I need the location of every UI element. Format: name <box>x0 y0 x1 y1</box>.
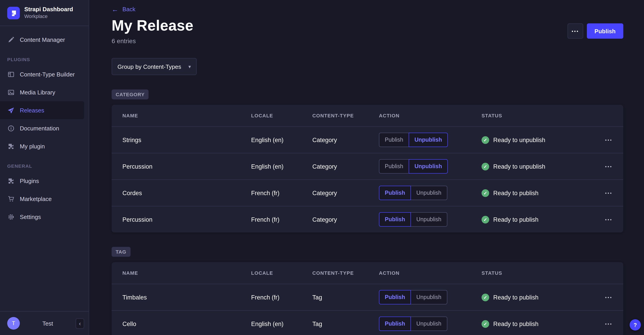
table-row: Cordes French (fr) Category Publish Unpu… <box>112 179 623 206</box>
caret-down-icon: ▾ <box>188 64 191 69</box>
entry-name: Cordes <box>122 190 251 196</box>
publish-toggle-button[interactable]: Publish <box>379 186 411 200</box>
sidebar-item-content-manager[interactable]: Content Manager <box>0 30 89 48</box>
status-text: Ready to publish <box>493 190 538 196</box>
release-groups: CATEGORY NAMELOCALECONTENT-TYPEACTIONSTA… <box>112 75 623 335</box>
image-icon <box>7 89 14 96</box>
row-more-button[interactable]: ••• <box>605 189 612 197</box>
collapse-sidebar-button[interactable]: ‹ <box>76 318 84 329</box>
unpublish-toggle-button[interactable]: Unpublish <box>410 317 447 331</box>
column-header: STATUS <box>482 270 594 276</box>
action-toggle: Publish Unpublish <box>379 159 448 174</box>
table-row: Strings English (en) Category Publish Un… <box>112 126 623 153</box>
entry-locale: French (fr) <box>251 294 312 301</box>
strapi-logo-icon <box>7 6 20 19</box>
avatar[interactable]: T <box>7 317 20 330</box>
entry-content-type: Category <box>312 190 379 196</box>
back-link[interactable]: ← Back <box>112 5 136 13</box>
unpublish-toggle-button[interactable]: Unpublish <box>410 186 447 200</box>
entry-name: Strings <box>122 136 251 143</box>
entry-content-type: Category <box>312 136 379 143</box>
row-more-button[interactable]: ••• <box>605 162 612 171</box>
sidebar-item-label: Plugins <box>20 177 39 184</box>
puzzle-icon <box>7 177 14 184</box>
unpublish-toggle-button[interactable]: Unpublish <box>409 133 448 147</box>
user-name: Test <box>20 320 76 327</box>
back-label: Back <box>122 6 136 12</box>
publish-toggle-button[interactable]: Publish <box>379 159 409 174</box>
column-header: LOCALE <box>251 270 312 276</box>
publish-release-button[interactable]: Publish <box>587 23 623 39</box>
sidebar: Strapi Dashboard Workplace Content Manag… <box>0 0 89 335</box>
column-header: CONTENT-TYPE <box>312 113 379 118</box>
sidebar-item-content-type-builder[interactable]: Content-Type Builder <box>0 65 89 83</box>
column-header: ACTION <box>379 270 482 276</box>
check-icon: ✓ <box>482 320 489 328</box>
unpublish-toggle-button[interactable]: Unpublish <box>410 290 447 305</box>
check-icon: ✓ <box>482 136 489 144</box>
sidebar-item-label: Media Library <box>20 89 55 95</box>
sidebar-item-releases[interactable]: Releases <box>0 101 84 119</box>
help-button[interactable]: ? <box>630 319 641 331</box>
pencil-icon <box>7 36 14 43</box>
status-text: Ready to unpublish <box>493 136 545 143</box>
publish-toggle-button[interactable]: Publish <box>379 212 411 227</box>
action-toggle: Publish Unpublish <box>379 212 447 227</box>
table-row: Percussion French (fr) Category Publish … <box>112 206 623 233</box>
sidebar-item-documentation[interactable]: Documentation <box>0 119 89 137</box>
sidebar-item-label: Content-Type Builder <box>20 71 75 77</box>
release-group: CATEGORY NAMELOCALECONTENT-TYPEACTIONSTA… <box>112 75 623 233</box>
release-group: TAG NAMELOCALECONTENT-TYPEACTIONSTATUS T… <box>112 233 623 335</box>
group-badge: CATEGORY <box>112 89 149 99</box>
publish-toggle-button[interactable]: Publish <box>379 290 411 305</box>
sidebar-nav: Content ManagerPLUGINSContent-Type Build… <box>0 26 89 311</box>
release-more-button[interactable]: ••• <box>568 23 583 39</box>
sidebar-item-marketplace[interactable]: Marketplace <box>0 190 89 208</box>
group-badge: TAG <box>112 247 130 257</box>
sidebar-item-settings[interactable]: Settings <box>0 208 89 226</box>
publish-toggle-button[interactable]: Publish <box>379 317 411 331</box>
entry-content-type: Category <box>312 216 379 223</box>
gear-icon <box>7 213 14 220</box>
row-more-button[interactable]: ••• <box>605 320 612 328</box>
entries-table: NAMELOCALECONTENT-TYPEACTIONSTATUS Strin… <box>112 105 623 233</box>
status-text: Ready to publish <box>493 216 538 223</box>
entry-name: Percussion <box>122 216 251 223</box>
entry-content-type: Tag <box>312 320 379 327</box>
table-row: Cello English (en) Tag Publish Unpublish… <box>112 310 623 335</box>
row-more-button[interactable]: ••• <box>605 215 612 224</box>
entry-content-type: Category <box>312 163 379 170</box>
entry-name: Cello <box>122 320 251 327</box>
sidebar-section-label: GENERAL <box>0 155 89 172</box>
sidebar-item-plugins[interactable]: Plugins <box>0 172 89 190</box>
action-toggle: Publish Unpublish <box>379 290 447 305</box>
status-text: Ready to unpublish <box>493 163 545 170</box>
check-icon: ✓ <box>482 163 489 170</box>
layout-icon <box>7 71 14 78</box>
entry-locale: French (fr) <box>251 216 312 223</box>
entry-locale: English (en) <box>251 320 312 327</box>
check-icon: ✓ <box>482 293 489 301</box>
table-header-row: NAMELOCALECONTENT-TYPEACTIONSTATUS <box>112 262 623 284</box>
cart-icon <box>7 195 14 202</box>
group-by-select[interactable]: Group by Content-Types ▾ <box>112 58 197 75</box>
entries-count: 6 entries <box>112 37 194 44</box>
workplace-label: Workplace <box>24 14 73 20</box>
sidebar-item-label: Marketplace <box>20 195 52 202</box>
sidebar-item-media-library[interactable]: Media Library <box>0 83 89 101</box>
publish-toggle-button[interactable]: Publish <box>379 133 409 147</box>
entry-content-type: Tag <box>312 294 379 301</box>
row-more-button[interactable]: ••• <box>605 293 612 302</box>
column-header: CONTENT-TYPE <box>312 270 379 276</box>
unpublish-toggle-button[interactable]: Unpublish <box>409 159 448 174</box>
main-content: ← Back My Release 6 entries ••• Publish … <box>89 0 644 335</box>
sidebar-item-label: Releases <box>20 107 44 113</box>
row-more-button[interactable]: ••• <box>605 136 612 144</box>
sidebar-item-label: Documentation <box>20 125 59 131</box>
sidebar-section-label: PLUGINS <box>0 48 89 65</box>
brand: Strapi Dashboard Workplace <box>0 0 89 26</box>
page-title: My Release <box>112 17 194 34</box>
sidebar-item-my-plugin[interactable]: My plugin <box>0 137 89 155</box>
column-header: NAME <box>122 270 251 276</box>
unpublish-toggle-button[interactable]: Unpublish <box>410 212 447 227</box>
